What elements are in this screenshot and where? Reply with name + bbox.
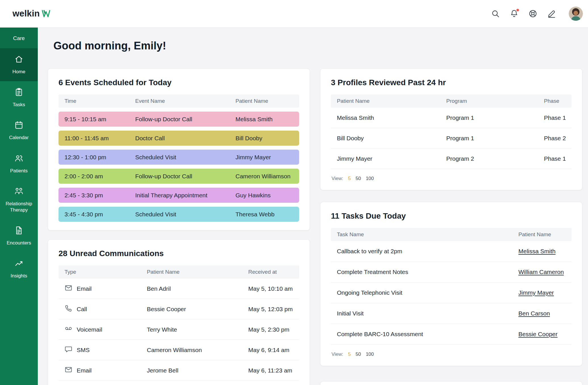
header-actions	[490, 7, 583, 21]
column-header: Task Name	[331, 231, 518, 238]
profiles-card: 3 Profiles Reviewed Past 24 hr Patient N…	[320, 68, 582, 190]
event-name: Initial Therapy Appointment	[135, 192, 235, 199]
column-header: Patient Name	[331, 98, 446, 104]
event-time: 9:15 - 10:15 am	[59, 116, 135, 123]
voicemail-icon	[64, 325, 72, 334]
event-patient: Melissa Smith	[235, 116, 299, 123]
column-header: Program	[446, 98, 544, 104]
sidebar-nav: Care Home Tasks Calendar Patients Relati…	[0, 27, 38, 385]
welkin-w-icon	[42, 10, 50, 17]
task-patient-link[interactable]: William Cameron	[518, 269, 564, 275]
sidebar-item-label: Calendar	[9, 135, 29, 141]
sidebar-item-encounters[interactable]: Encounters	[0, 219, 38, 252]
column-header: Patient Name	[518, 231, 572, 238]
tasks-icon	[14, 87, 24, 99]
support-icon[interactable]	[528, 9, 538, 19]
task-name: Initial Visit	[331, 310, 518, 317]
user-avatar[interactable]	[569, 7, 583, 21]
event-time: 3:45 - 4:30 pm	[59, 211, 135, 218]
event-row[interactable]: 2:00 - 2:00 am Follow-up Doctor Call Cam…	[59, 169, 299, 184]
communication-row[interactable]: Call Bessie Cooper May 5, 12:03 pm	[59, 299, 299, 319]
task-patient-link[interactable]: Ben Carson	[518, 310, 550, 317]
communication-patient: Ben Adril	[147, 285, 248, 292]
sidebar-item-home[interactable]: Home	[0, 48, 38, 81]
communication-patient: Terry White	[147, 326, 248, 333]
sidebar-item-tasks[interactable]: Tasks	[0, 81, 38, 114]
view-option-5[interactable]: 5	[348, 176, 351, 181]
sidebar-item-insights[interactable]: Insights	[0, 252, 38, 285]
view-option-100[interactable]: 100	[366, 176, 374, 181]
events-card-title: 6 Events Scheduled for Today	[59, 78, 299, 87]
profile-program: Program 1	[446, 114, 544, 121]
event-patient: Cameron Williamson	[235, 173, 299, 180]
column-header: Patient Name	[147, 269, 248, 275]
relationship-therapy-icon	[14, 187, 24, 198]
profile-row[interactable]: Jimmy Mayer Program 2 Phase 1	[331, 148, 572, 169]
sidebar-item-label: Home	[12, 69, 25, 75]
sidebar-item-calendar[interactable]: Calendar	[0, 114, 38, 147]
communications-card-title: 28 Unread Communications	[59, 249, 299, 258]
communications-table-header: Type Patient Name Received at	[59, 265, 299, 279]
communication-type: Call	[59, 304, 147, 314]
view-label: View:	[331, 176, 343, 181]
communication-type: Voicemail	[59, 325, 147, 334]
communication-type: Email	[59, 284, 147, 293]
event-row[interactable]: 12:30 - 1:00 pm Scheduled Visit Jimmy Ma…	[59, 150, 299, 165]
event-time: 2:45 - 3:30 pm	[59, 192, 135, 199]
task-patient-link[interactable]: Bessie Cooper	[518, 331, 558, 337]
tasks-view-selector: View: 5 50 100	[331, 351, 572, 357]
task-name: Callback to verify at 2pm	[331, 248, 518, 255]
sms-icon	[64, 345, 72, 355]
call-icon	[64, 304, 72, 314]
communication-type-label: SMS	[77, 347, 90, 353]
compose-icon[interactable]	[547, 9, 557, 19]
profile-patient: Bill Dooby	[331, 135, 446, 142]
top-header: welkin	[0, 0, 588, 27]
patients-icon	[14, 154, 24, 165]
communication-type: SMS	[59, 345, 147, 355]
profile-row[interactable]: Melissa Smith Program 1 Phase 1	[331, 108, 572, 128]
task-patient-link[interactable]: Jimmy Mayer	[518, 289, 554, 296]
email-icon	[64, 284, 72, 293]
communication-received: May 6, 9:14 am	[248, 347, 299, 353]
profile-row[interactable]: Bill Dooby Program 1 Phase 2	[331, 128, 572, 148]
tasks-card-title: 11 Tasks Due Today	[331, 212, 572, 221]
column-header: Event Name	[135, 98, 235, 104]
sidebar-item-label: Insights	[11, 273, 27, 279]
communication-row[interactable]: SMS Cameron Williamson May 6, 9:14 am	[59, 340, 299, 360]
tasks-card: 11 Tasks Due Today Task Name Patient Nam…	[320, 202, 582, 366]
welkin-logo[interactable]: welkin	[12, 9, 50, 19]
task-patient-link[interactable]: Melissa Smith	[518, 248, 556, 254]
communication-patient: Jerome Bell	[147, 367, 248, 374]
profile-patient: Melissa Smith	[331, 114, 446, 121]
event-row[interactable]: 3:45 - 4:30 pm Scheduled Visit Theresa W…	[59, 207, 299, 222]
event-name: Follow-up Doctor Call	[135, 116, 235, 123]
sidebar-item-patients[interactable]: Patients	[0, 147, 38, 180]
task-row: Callback to verify at 2pm Melissa Smith	[331, 241, 572, 262]
view-option-5[interactable]: 5	[348, 351, 351, 357]
task-name: Ongoing Telephonic Visit	[331, 289, 518, 296]
partial-bottom-card	[320, 381, 582, 385]
event-row[interactable]: 2:45 - 3:30 pm Initial Therapy Appointme…	[59, 188, 299, 203]
view-option-100[interactable]: 100	[366, 351, 374, 357]
event-row[interactable]: 9:15 - 10:15 am Follow-up Doctor Call Me…	[59, 112, 299, 127]
communication-row[interactable]: Email Ben Adril May 5, 10:10 am	[59, 279, 299, 299]
view-option-50[interactable]: 50	[356, 351, 361, 357]
communication-received: May 5, 2:30 pm	[248, 326, 299, 333]
view-option-50[interactable]: 50	[356, 176, 361, 181]
search-icon[interactable]	[490, 9, 501, 19]
sidebar-section-care[interactable]: Care	[0, 27, 38, 48]
communication-row[interactable]: Voicemail Terry White May 5, 2:30 pm	[59, 319, 299, 340]
profile-phase: Phase 2	[544, 135, 572, 142]
notifications-icon[interactable]	[509, 9, 519, 19]
event-patient: Jimmy Mayer	[235, 154, 299, 161]
communication-type: Email	[59, 366, 147, 375]
calendar-icon	[14, 120, 24, 131]
events-card: 6 Events Scheduled for Today Time Event …	[48, 68, 310, 231]
sidebar-item-relationship-therapy[interactable]: Relationship Therapy	[0, 180, 38, 219]
communication-row[interactable]: Email Jerome Bell May 6, 11:23 am	[59, 360, 299, 381]
sidebar-item-label: Patients	[10, 168, 28, 174]
communication-patient: Cameron Williamson	[147, 347, 248, 353]
column-header: Type	[59, 269, 147, 275]
event-row[interactable]: 11:00 - 11:45 am Doctor Call Bill Dooby	[59, 131, 299, 146]
